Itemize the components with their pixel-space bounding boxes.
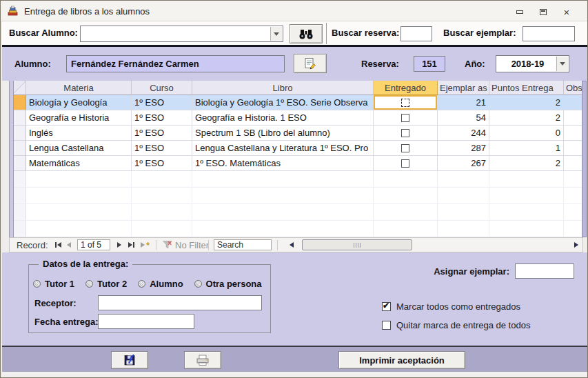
column-header-puntos[interactable]: Puntos Entrega — [489, 81, 564, 95]
save-button[interactable] — [111, 351, 148, 369]
row-selector[interactable] — [14, 126, 26, 141]
vertical-scrollbar[interactable] — [582, 81, 587, 237]
close-button[interactable]: × — [560, 7, 574, 17]
cell-materia[interactable]: Geografía e Historia — [26, 110, 132, 126]
marcar-todos-checkbox[interactable]: ✔ — [382, 302, 391, 311]
row-selector-current[interactable] — [14, 95, 26, 110]
cell-puntos[interactable]: 2 — [489, 110, 564, 126]
alumno-name-field[interactable]: Fernández Fernández Carmen — [66, 55, 285, 72]
buscar-alumno-dropdown-button[interactable] — [270, 27, 282, 41]
cell-libro[interactable]: Biología y Geología 1º ESO. Serie Observ… — [192, 95, 374, 110]
cell-curso[interactable]: 1º ESO — [132, 126, 192, 141]
search-button[interactable] — [290, 24, 323, 43]
receptor-input[interactable] — [98, 295, 262, 310]
empty-row — [14, 204, 582, 221]
entregado-checkbox[interactable] — [401, 129, 409, 137]
buscar-alumno-combobox[interactable] — [80, 26, 283, 42]
cell-entregado-current[interactable] — [374, 95, 438, 110]
column-header-curso[interactable]: Curso — [132, 81, 192, 95]
entregado-checkbox[interactable] — [401, 99, 409, 107]
cell-libro[interactable]: 1º ESO. Matemáticas — [192, 156, 374, 171]
cell-obs[interactable] — [564, 126, 582, 141]
horizontal-scrollbar-thumb[interactable] — [302, 239, 412, 250]
radio-icon — [138, 280, 145, 288]
radio-otra-persona[interactable]: Otra persona — [194, 279, 262, 289]
record-position-box[interactable]: 1 of 5 — [77, 239, 110, 250]
record-search-box[interactable]: Search — [214, 239, 272, 250]
cell-puntos[interactable]: 0 — [489, 126, 564, 141]
table-row: Inglés 1º ESO Spectrum 1 SB (Libro del a… — [14, 126, 582, 141]
select-all-corner[interactable] — [14, 81, 26, 95]
cell-ejemplar[interactable]: 21 — [438, 95, 489, 110]
imprimir-aceptacion-button[interactable]: Imprimir aceptación — [338, 351, 465, 369]
first-record-button[interactable] — [55, 238, 61, 252]
cell-entregado[interactable] — [374, 156, 438, 171]
cell-ejemplar[interactable]: 244 — [438, 126, 489, 141]
buscar-reserva-input[interactable] — [401, 26, 432, 41]
previous-record-button[interactable] — [67, 238, 71, 252]
cell-curso[interactable]: 1º ESO — [132, 95, 192, 110]
minimize-button[interactable] — [513, 7, 527, 17]
buscar-ejemplar-input[interactable] — [523, 26, 575, 41]
books-datasheet: Materia Curso Libro Entregado Ejemplar a… — [14, 81, 582, 237]
column-header-materia[interactable]: Materia — [26, 81, 132, 95]
cell-materia[interactable]: Biología y Geología — [26, 95, 132, 110]
column-header-libro[interactable]: Libro — [192, 81, 374, 95]
anio-dropdown-button[interactable] — [556, 57, 568, 71]
no-filter-button[interactable]: No Filter — [163, 238, 209, 252]
empty-cell — [26, 188, 132, 204]
empty-cell — [26, 171, 132, 188]
last-record-button[interactable] — [128, 238, 134, 252]
next-record-button[interactable] — [117, 238, 121, 252]
radio-tutor2[interactable]: Tutor 2 — [85, 279, 127, 289]
datos-entrega-legend: Datos de la entrega: — [39, 259, 132, 269]
empty-cell — [438, 221, 489, 237]
cell-materia[interactable]: Inglés — [26, 126, 132, 141]
cell-puntos[interactable]: 2 — [489, 156, 564, 171]
cell-curso[interactable]: 1º ESO — [132, 141, 192, 156]
edit-student-button[interactable] — [294, 54, 327, 73]
column-header-ejemplar[interactable]: Ejemplar as — [438, 81, 489, 95]
cell-obs[interactable] — [564, 156, 582, 171]
cell-ejemplar[interactable]: 54 — [438, 110, 489, 126]
new-record-button[interactable]: * — [141, 238, 150, 252]
quitar-marca-checkbox[interactable] — [382, 321, 391, 330]
column-header-entregado[interactable]: Entregado — [374, 81, 438, 95]
empty-cell — [438, 171, 489, 188]
cell-libro[interactable]: Geografía e Historia. 1 ESO — [192, 110, 374, 126]
cell-libro[interactable]: Spectrum 1 SB (Libro del alumno) — [192, 126, 374, 141]
cell-obs[interactable] — [564, 95, 582, 110]
hscroll-left-button[interactable] — [290, 238, 294, 252]
cell-ejemplar[interactable]: 267 — [438, 156, 489, 171]
cell-curso[interactable]: 1º ESO — [132, 156, 192, 171]
anio-combobox[interactable]: 2018-19 — [496, 55, 569, 72]
restore-button[interactable] — [536, 7, 550, 17]
cell-entregado[interactable] — [374, 110, 438, 126]
record-navigation-bar: Record: 1 of 5 * No Fi — [9, 237, 583, 252]
cell-ejemplar[interactable]: 287 — [438, 141, 489, 156]
cell-obs[interactable] — [564, 141, 582, 156]
print-button[interactable] — [184, 351, 221, 369]
entregado-checkbox[interactable] — [401, 144, 409, 152]
column-header-obs[interactable]: Obs — [564, 81, 582, 95]
cell-puntos[interactable]: 2 — [489, 95, 564, 110]
cell-entregado[interactable] — [374, 126, 438, 141]
hscroll-right-button[interactable] — [574, 238, 578, 252]
cell-entregado[interactable] — [374, 141, 438, 156]
cell-materia[interactable]: Matemáticas — [26, 156, 132, 171]
buscar-alumno-value — [81, 28, 84, 39]
row-selector[interactable] — [14, 156, 26, 171]
row-selector[interactable] — [14, 141, 26, 156]
cell-materia[interactable]: Lengua Castellana — [26, 141, 132, 156]
entregado-checkbox[interactable] — [401, 159, 409, 168]
fecha-entrega-input[interactable] — [98, 314, 194, 329]
radio-alumno[interactable]: Alumno — [138, 279, 183, 289]
cell-libro[interactable]: Lengua Castellana y Literatura 1º ESO. P… — [192, 141, 374, 156]
cell-curso[interactable]: 1º ESO — [132, 110, 192, 126]
entregado-checkbox[interactable] — [401, 114, 409, 122]
row-selector[interactable] — [14, 110, 26, 126]
radio-tutor1[interactable]: Tutor 1 — [33, 279, 74, 289]
asignar-ejemplar-input[interactable] — [515, 263, 574, 279]
cell-puntos[interactable]: 1 — [489, 141, 564, 156]
cell-obs[interactable] — [564, 110, 582, 126]
